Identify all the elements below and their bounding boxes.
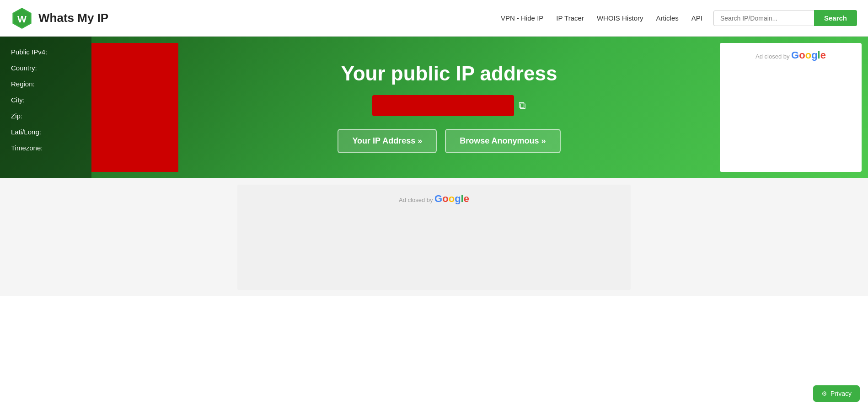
site-header: W Whats My IP VPN - Hide IP IP Tracer WH… <box>0 0 868 37</box>
logo-link[interactable]: W Whats My IP <box>11 7 108 29</box>
ad-right-banner: Ad closed by Google <box>720 43 862 172</box>
lower-ad-section: Ad closed by Google <box>0 178 868 296</box>
google-logo-right: Google <box>791 49 826 61</box>
nav-whois[interactable]: WHOIS History <box>597 14 643 22</box>
info-label-latilong: Lati/Long: <box>11 126 80 138</box>
search-area: Search <box>713 10 857 26</box>
main-nav: VPN - Hide IP IP Tracer WHOIS History Ar… <box>501 14 702 22</box>
ip-address-box <box>372 95 514 116</box>
logo-icon: W <box>11 7 33 29</box>
site-title: Whats My IP <box>38 11 108 25</box>
search-input[interactable] <box>713 11 814 26</box>
lower-ad-box: Ad closed by Google <box>237 185 631 290</box>
search-button[interactable]: Search <box>814 10 857 26</box>
ad-right-label: Ad closed by Google <box>755 49 826 61</box>
info-label-city: City: <box>11 94 80 106</box>
hero-title: Your public IP address <box>341 62 557 85</box>
ad-closed-text: Ad closed by <box>755 53 789 60</box>
info-label-region: Region: <box>11 78 80 90</box>
nav-tracer[interactable]: IP Tracer <box>556 14 584 22</box>
ip-info-panel: Public IPv4: Country: Region: City: Zip:… <box>0 37 91 178</box>
nav-vpn[interactable]: VPN - Hide IP <box>501 14 543 22</box>
ad-left-banner <box>91 43 178 172</box>
nav-articles[interactable]: Articles <box>656 14 679 22</box>
browse-anonymous-button[interactable]: Browse Anonymous » <box>445 129 560 153</box>
nav-api[interactable]: API <box>691 14 702 22</box>
your-ip-address-button[interactable]: Your IP Address » <box>338 129 437 153</box>
info-label-zip: Zip: <box>11 110 80 122</box>
lower-ad-closed-text: Ad closed by <box>399 197 433 203</box>
lower-ad-label: Ad closed by Google <box>399 193 469 205</box>
copy-icon[interactable]: ⧉ <box>519 100 526 112</box>
ip-display-row: ⧉ <box>372 95 526 116</box>
hero-buttons: Your IP Address » Browse Anonymous » <box>338 129 560 153</box>
info-label-country: Country: <box>11 62 80 74</box>
google-logo-lower: Google <box>434 193 469 204</box>
info-label-ipv4: Public IPv4: <box>11 46 80 58</box>
hero-section: Public IPv4: Country: Region: City: Zip:… <box>0 37 868 178</box>
svg-text:W: W <box>17 13 27 24</box>
info-label-timezone: Timezone: <box>11 142 80 154</box>
hero-center: Your public IP address ⧉ Your IP Address… <box>178 37 720 178</box>
